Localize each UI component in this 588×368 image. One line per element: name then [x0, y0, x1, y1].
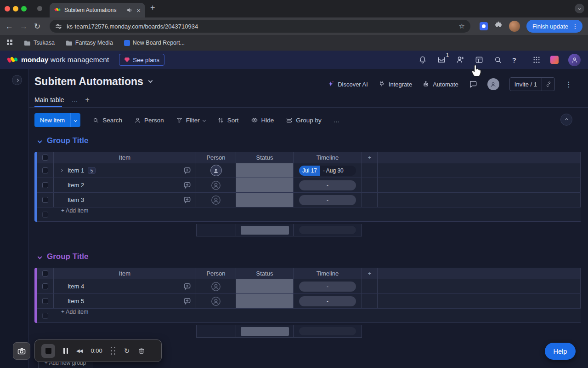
unassigned-avatar-icon[interactable] [210, 179, 222, 191]
tab-options-icon[interactable]: … [72, 96, 78, 104]
see-plans-button[interactable]: See plans [119, 54, 164, 66]
site-settings-icon[interactable] [55, 23, 62, 30]
reload-button[interactable]: ↻ [34, 23, 40, 30]
apps-shortcut-icon[interactable] [6, 39, 13, 47]
integrate-button[interactable]: Integrate [378, 80, 412, 88]
column-header-status[interactable]: Status [236, 152, 294, 163]
monday-logo[interactable] [7, 54, 17, 66]
select-all-checkbox[interactable] [37, 268, 54, 279]
brand-wordmark[interactable]: monday work management [21, 56, 109, 64]
bookmark-folder-fantasy-media[interactable]: Fantasy Media [66, 40, 113, 46]
timeline-pill[interactable]: - [299, 180, 356, 190]
copy-link-icon[interactable] [542, 78, 554, 91]
pause-recording-button[interactable] [63, 348, 68, 354]
extension-icon[interactable] [480, 22, 488, 30]
row-checkbox[interactable] [37, 294, 54, 308]
automate-button[interactable]: Automate [422, 80, 458, 88]
column-header-item[interactable]: Item [54, 152, 196, 163]
search-tool-button[interactable]: Search [92, 117, 122, 124]
add-item-button[interactable]: + Add item [61, 207, 88, 221]
person-cell[interactable] [196, 178, 236, 192]
expand-sidebar-button[interactable] [12, 75, 22, 85]
browser-tab[interactable]: Subitem Automations × [50, 3, 145, 17]
update-kebab-icon[interactable]: ⋮ [572, 23, 578, 30]
camera-toggle-button[interactable] [13, 342, 30, 360]
tab-audio-icon[interactable] [126, 7, 133, 13]
column-header-person[interactable]: Person [196, 268, 236, 279]
bookmark-new-board-report[interactable]: New Board Report... [124, 40, 185, 46]
new-tab-button[interactable]: + [150, 3, 155, 13]
open-item-chat-icon[interactable] [183, 196, 191, 204]
bookmark-star-icon[interactable]: ☆ [458, 22, 464, 30]
timeline-pill[interactable]: - [299, 282, 356, 292]
timeline-cell[interactable]: - [294, 193, 362, 207]
item-cell[interactable]: Item 1 5 [54, 163, 196, 178]
apps-grid-icon[interactable] [532, 56, 541, 64]
row-checkbox[interactable] [37, 163, 54, 178]
timeline-cell[interactable]: Jul 17 - Aug 30 [294, 163, 362, 178]
item-cell[interactable]: Item 5 [54, 294, 196, 308]
timeline-summary-cell[interactable] [294, 325, 362, 337]
status-cell[interactable] [236, 294, 294, 308]
product-switcher-icon[interactable] [550, 56, 559, 64]
row-checkbox[interactable] [37, 178, 54, 192]
board-menu-kebab-icon[interactable]: ⋮ [565, 80, 572, 89]
hide-button[interactable]: Hide [251, 116, 274, 124]
add-column-button[interactable]: + [362, 268, 378, 279]
invite-members-icon[interactable] [456, 55, 465, 64]
finish-update-button[interactable]: Finish update ⋮ [526, 20, 582, 33]
board-switcher-icon[interactable] [475, 55, 484, 64]
search-icon[interactable] [493, 55, 503, 64]
window-close-button[interactable] [5, 6, 10, 12]
timeline-cell[interactable]: - [294, 294, 362, 308]
filter-button[interactable]: Filter [176, 117, 205, 124]
bookmark-folder-tsukasa[interactable]: Tsukasa [24, 40, 55, 46]
board-title-chevron-icon[interactable] [148, 79, 153, 83]
timeline-cell[interactable]: - [294, 178, 362, 192]
sort-button[interactable]: Sort [217, 117, 239, 124]
rewind-button[interactable]: ◀◀ [76, 348, 82, 353]
add-item-row[interactable]: + Add item [37, 309, 581, 323]
help-question-icon[interactable]: ? [512, 56, 516, 64]
board-title[interactable]: Subitem Automations [34, 75, 152, 88]
group-by-button[interactable]: Group by [286, 117, 322, 124]
new-item-button[interactable]: New item [34, 113, 80, 127]
add-view-button[interactable]: + [85, 96, 90, 104]
status-summary-cell[interactable] [236, 224, 294, 236]
board-chat-icon[interactable] [469, 80, 477, 89]
status-summary-cell[interactable] [236, 325, 294, 337]
person-cell[interactable] [196, 163, 236, 178]
group-collapse-icon[interactable] [38, 138, 42, 143]
delete-recording-button[interactable] [138, 347, 145, 355]
person-cell[interactable] [196, 294, 236, 308]
group-collapse-icon[interactable] [38, 254, 42, 259]
timeline-pill[interactable]: - [299, 296, 356, 306]
back-button[interactable]: ← [6, 23, 13, 30]
item-cell[interactable]: Item 4 [54, 279, 196, 293]
expand-subitems-icon[interactable] [60, 169, 67, 172]
invite-button[interactable]: Invite / 1 [510, 78, 542, 91]
add-item-button[interactable]: + Add item [61, 309, 88, 322]
tab-close-icon[interactable]: × [136, 6, 141, 14]
window-minimize-button[interactable] [13, 6, 18, 12]
person-cell[interactable] [196, 193, 236, 207]
tab-strip-chevron[interactable] [575, 4, 584, 13]
help-button[interactable]: Help [545, 343, 576, 360]
board-members-avatar[interactable] [487, 78, 499, 90]
assigned-avatar[interactable] [210, 165, 222, 176]
person-filter-button[interactable]: Person [134, 117, 164, 124]
column-header-status[interactable]: Status [236, 268, 294, 279]
person-cell[interactable] [196, 279, 236, 293]
new-item-chevron-icon[interactable] [70, 113, 80, 127]
toolbar-more-icon[interactable]: … [334, 117, 340, 124]
item-cell[interactable]: Item 2 [54, 178, 196, 192]
restart-recording-button[interactable]: ↻ [124, 347, 130, 355]
timeline-summary-cell[interactable] [294, 224, 362, 236]
timeline-pill[interactable]: Jul 17 - Aug 30 [299, 166, 356, 176]
row-checkbox[interactable] [37, 279, 54, 293]
browser-profile-avatar[interactable] [509, 21, 520, 32]
open-item-chat-icon[interactable] [183, 297, 191, 305]
unassigned-avatar-icon[interactable] [210, 281, 222, 292]
status-cell[interactable] [236, 279, 294, 293]
item-cell[interactable]: Item 3 [54, 193, 196, 207]
